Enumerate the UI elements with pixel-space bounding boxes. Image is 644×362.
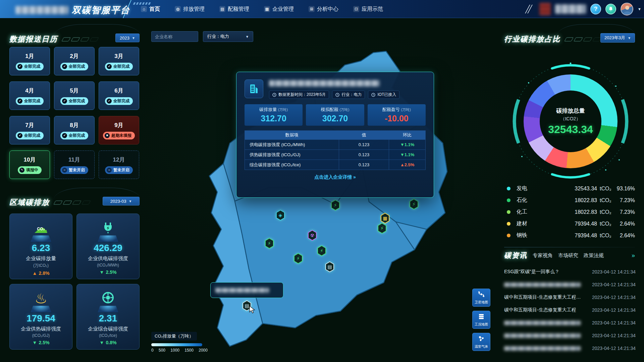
search-input[interactable]: [151, 31, 198, 42]
marker-icon: ⚡: [264, 238, 274, 249]
map-facility-marker[interactable]: ▤: [325, 261, 335, 273]
region-deco: [54, 200, 90, 205]
news-tab[interactable]: 专家视角: [533, 252, 553, 259]
industry-date-select[interactable]: 2023年3月 ▼: [600, 33, 635, 43]
user-avatar[interactable]: [621, 3, 633, 15]
scale-label: CO₂排放量（万吨）: [151, 332, 197, 341]
map-facility-marker[interactable]: ☢: [307, 230, 317, 241]
col-change: 环比: [389, 132, 425, 138]
nav-item[interactable]: ▤ 配额管理: [219, 6, 249, 13]
calendar-year-value: 2023: [120, 36, 129, 41]
news-item-time: 2023-04-12 14:21:34: [592, 333, 636, 338]
legend-name: 钢铁: [517, 232, 547, 239]
news-item-redacted: [504, 334, 581, 338]
popup-stat-value: 302.70: [322, 114, 348, 123]
legend-dot: [507, 210, 511, 214]
legend-percent: 2.64%: [614, 233, 635, 239]
news-item[interactable]: 2023-04-12 14:21:34: [504, 316, 636, 329]
news-item-time: 2023-04-12 14:21:34: [592, 269, 636, 275]
nav-item-label: 配额管理: [228, 6, 249, 13]
nav-item[interactable]: ⊞ 分析中心: [309, 6, 338, 13]
nav-item[interactable]: ▦ 企业管理: [264, 6, 294, 13]
region-date-select[interactable]: 2023-03 ▼: [103, 197, 140, 205]
map-layer-button[interactable]: 工况地图: [472, 311, 490, 329]
news-item-redacted: [504, 346, 581, 351]
enterprise-badge: 数据更新时间：2023年5月: [269, 90, 329, 99]
map-layer-label: 卫星地图: [475, 300, 488, 305]
popup-stat-value: -10.00: [385, 114, 409, 123]
map-layer-label: 温室气体: [475, 344, 488, 349]
map-facility-marker[interactable]: ⚡: [293, 253, 303, 264]
nav-item[interactable]: ⌂ 首页: [141, 6, 160, 13]
donut-center-label: 碳排放总量: [556, 107, 585, 115]
notifications-button[interactable]: [605, 4, 616, 14]
map-layer-button[interactable]: 温室气体: [472, 333, 490, 351]
calendar-year-select[interactable]: 2023 ▼: [115, 34, 140, 42]
map-facility-marker[interactable]: ⚡: [409, 198, 419, 210]
legend-unit: tCO₂: [597, 209, 614, 215]
legend-row: 发电 32543.34 tCO₂ 93.16%: [504, 183, 635, 194]
badge-icon: [335, 93, 339, 97]
legend-unit: tCO₂: [597, 233, 614, 239]
main-nav: ⌂ 首页 ◍ 排放管理 ▤ 配额管理 ▦ 企业管理: [141, 0, 383, 18]
chevron-down-icon: ▼: [246, 35, 249, 39]
map-layer-button[interactable]: 卫星地图: [472, 289, 490, 307]
region-title: 区域碳排放: [9, 197, 50, 207]
map-layer-icon: [478, 291, 485, 299]
popup-stat-unit: (万吨): [401, 108, 411, 112]
popup-stat-unit: (万吨): [339, 108, 349, 112]
help-button[interactable]: ?: [590, 4, 601, 14]
legend-name: 发电: [517, 185, 547, 192]
marker-icon: ▤: [325, 261, 335, 273]
map-facility-marker[interactable]: ⚡: [330, 199, 340, 211]
user-menu-caret[interactable]: ▼: [638, 7, 641, 11]
nav-item-label: 企业管理: [272, 6, 294, 13]
news-item-redacted: [504, 321, 581, 325]
news-item-title: ESG跟“双碳”是一回事么？: [504, 269, 559, 275]
popup-stat-label: 碳排放量: [259, 107, 277, 112]
industry-deco: [565, 37, 601, 42]
news-item[interactable]: 2023-04-12 14:21:34: [504, 342, 636, 355]
legend-value: 79394.48: [547, 233, 597, 239]
map-facility-marker[interactable]: ⚡: [317, 245, 327, 256]
app-title: 双碳智服平台: [72, 4, 130, 16]
marker-icon: ◈: [275, 209, 285, 221]
donut-center-value: 32543.34: [548, 123, 593, 136]
map-facility-marker[interactable]: ◈: [275, 209, 285, 221]
enterprise-detail-link[interactable]: 点击进入企业详情 »: [245, 174, 426, 180]
enterprise-popup: 数据更新时间：2023年5月 行业：电力: [236, 72, 434, 198]
map-facility-marker[interactable]: ▦: [380, 213, 390, 224]
legend-row: 建材 79394.48 tCO₂ 2.64%: [504, 218, 635, 230]
nav-item[interactable]: ◍ 排放管理: [175, 6, 205, 13]
nav-item[interactable]: ⊡ 应用示范: [353, 6, 383, 13]
news-tab[interactable]: 市场研究: [558, 252, 578, 259]
news-tab[interactable]: 政策法规: [584, 252, 604, 259]
region-header: 区域碳排放: [9, 197, 90, 207]
legend-value: 18022.83: [547, 209, 597, 215]
news-item-time: 2023-04-12 14:21:34: [592, 295, 636, 300]
news-item[interactable]: 碳中和五期项目-生态修复重大工程 2023-04-12 14:21:34: [504, 304, 636, 316]
map-facility-marker[interactable]: ⚡: [264, 238, 274, 249]
partner-logo-redacted: [539, 3, 551, 15]
marker-icon: ⚡: [409, 198, 419, 210]
nav-item-icon: ⊡: [353, 6, 359, 12]
industry-header: 行业碳排放占比: [504, 34, 601, 44]
news-more-link[interactable]: »: [632, 252, 635, 259]
popup-stats: 碳排放量 (万吨) 312.70 模拟配额 (万吨) 302.70 配额盈亏 (…: [245, 104, 426, 126]
popup-stat-box: 配额盈亏 (万吨) -10.00: [368, 104, 426, 126]
app-logo: 双碳智服平台: [15, 4, 130, 16]
table-row: 综合碳排放强度 (tCO₂/tce) 0.123 ▲2.5%: [245, 160, 425, 170]
enterprise-badge: IOT已接入: [368, 90, 399, 99]
scale-tick: 500: [159, 348, 165, 353]
badge-label: 行业：电力: [341, 92, 362, 98]
news-item[interactable]: 2023-04-12 14:21:34: [504, 329, 636, 342]
map-facility-marker[interactable]: ⚡: [377, 223, 387, 234]
industry-select[interactable]: 行业：电力 ▼: [203, 31, 253, 42]
map-layer-buttons: 卫星地图 工况地图 温室气体: [472, 289, 490, 351]
row-item: 供电碳排放强度 (tCO₂/MWh): [245, 142, 339, 148]
news-item[interactable]: ESG跟“双碳”是一回事么？ 2023-04-12 14:21:34: [504, 265, 636, 278]
news-item[interactable]: 2023-04-12 14:21:34: [504, 278, 636, 291]
legend-name: 石化: [517, 197, 547, 204]
news-item[interactable]: 碳中和五期项目-生态修复重大工程… 2023-04-12 14:21:34: [504, 291, 636, 304]
nav-item-label: 排放管理: [183, 6, 205, 13]
